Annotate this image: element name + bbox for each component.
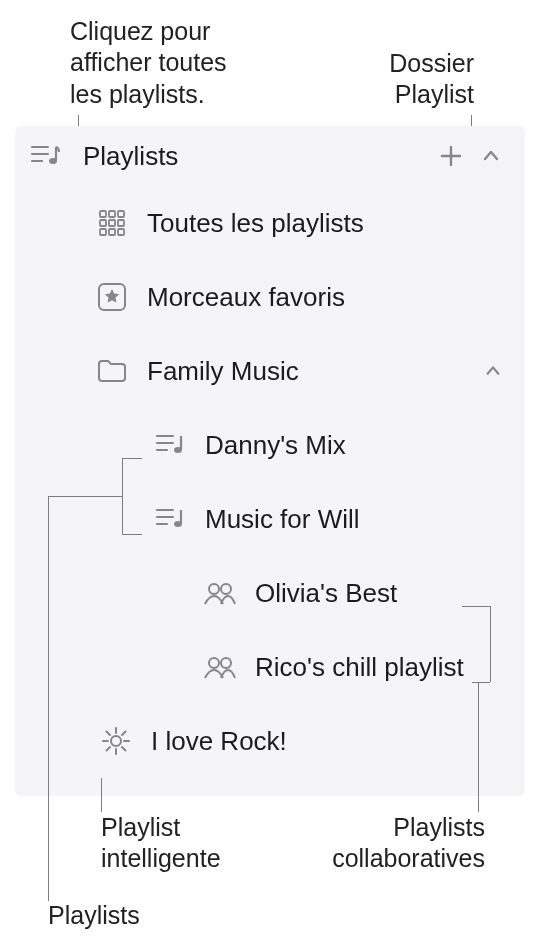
leader-line	[122, 534, 142, 535]
collapse-section-button[interactable]	[471, 146, 511, 166]
callout-collab: Playlists collaboratives	[332, 812, 485, 875]
collaborative-icon	[197, 655, 243, 679]
leader-line	[490, 606, 491, 682]
svg-point-26	[209, 658, 219, 668]
svg-rect-12	[100, 229, 106, 235]
item-label: Family Music	[147, 356, 475, 387]
sidebar-item-favorites[interactable]: Morceaux favoris	[25, 260, 515, 334]
leader-line	[478, 682, 479, 812]
svg-point-24	[209, 584, 219, 594]
leader-line	[122, 458, 123, 534]
item-label: Morceaux favoris	[147, 282, 515, 313]
svg-line-35	[122, 732, 126, 736]
item-label: Music for Will	[205, 504, 360, 535]
sidebar-item-playlist-rico[interactable]: Rico's chill playlist	[25, 630, 515, 704]
collapse-folder-button[interactable]	[475, 362, 515, 380]
sidebar-item-playlist-olivia[interactable]: Olivia's Best	[25, 556, 515, 630]
svg-line-33	[107, 732, 111, 736]
svg-rect-9	[100, 220, 106, 226]
star-box-icon	[89, 282, 135, 312]
svg-point-3	[49, 158, 57, 164]
svg-point-23	[174, 521, 182, 527]
svg-rect-13	[109, 229, 115, 235]
item-label: Olivia's Best	[255, 578, 397, 609]
item-label: Toutes les playlists	[147, 208, 515, 239]
sidebar-item-folder-family[interactable]: Family Music	[25, 334, 515, 408]
sidebar-item-playlist-rock[interactable]: I love Rock!	[25, 704, 515, 778]
header-title: Playlists	[83, 141, 431, 172]
playlists-header[interactable]: Playlists	[15, 126, 525, 186]
leader-line	[462, 606, 490, 607]
item-label: Rico's chill playlist	[255, 652, 464, 683]
leader-line	[101, 778, 102, 812]
playlist-icon	[147, 507, 193, 531]
leader-line	[48, 496, 49, 901]
folder-icon	[89, 358, 135, 384]
svg-rect-7	[109, 211, 115, 217]
playlist-icon	[25, 144, 65, 168]
grid-icon	[89, 209, 135, 237]
callout-smart: Playlist intelligente	[101, 812, 221, 875]
sidebar-item-all-playlists[interactable]: Toutes les playlists	[25, 186, 515, 260]
svg-rect-11	[118, 220, 124, 226]
add-playlist-button[interactable]	[431, 144, 471, 168]
collaborative-icon	[197, 581, 243, 605]
svg-line-34	[122, 747, 126, 751]
playlist-icon	[147, 433, 193, 457]
callout-folder: Dossier Playlist	[389, 48, 474, 111]
leader-line	[122, 458, 142, 459]
gear-icon	[93, 726, 139, 756]
svg-point-28	[111, 736, 121, 746]
playlists-panel: Playlists Toutes les playlists	[15, 126, 525, 796]
svg-rect-10	[109, 220, 115, 226]
callout-all-playlists: Cliquez pour afficher toutes les playlis…	[70, 16, 227, 110]
callout-playlists: Playlists	[48, 900, 140, 931]
svg-point-27	[221, 658, 231, 668]
svg-rect-14	[118, 229, 124, 235]
item-label: I love Rock!	[151, 726, 287, 757]
leader-line	[48, 496, 122, 497]
svg-rect-6	[100, 211, 106, 217]
sidebar-item-playlist-will[interactable]: Music for Will	[25, 482, 515, 556]
item-label: Danny's Mix	[205, 430, 346, 461]
leader-line	[472, 682, 490, 683]
svg-line-36	[107, 747, 111, 751]
svg-rect-8	[118, 211, 124, 217]
svg-point-25	[221, 584, 231, 594]
sidebar-item-playlist-danny[interactable]: Danny's Mix	[25, 408, 515, 482]
svg-point-19	[174, 447, 182, 453]
